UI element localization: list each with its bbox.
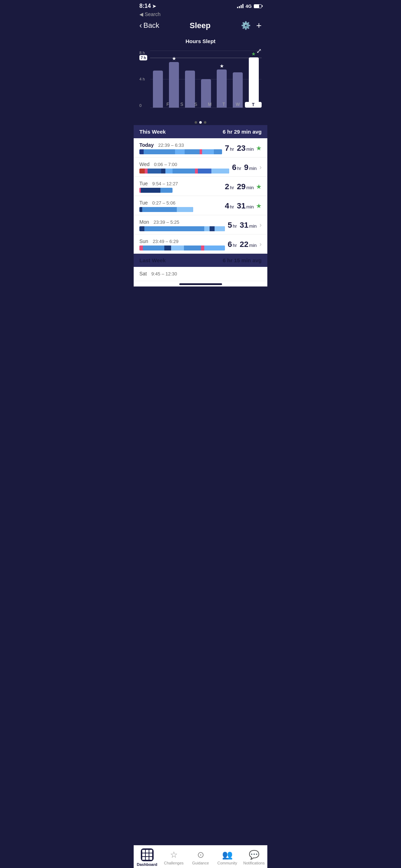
sleep-bar-today [139, 149, 222, 154]
back-button[interactable]: ‹ Back [139, 21, 159, 30]
sleep-day-sun: Sun [139, 238, 148, 244]
signal-icon [237, 4, 243, 8]
goal-label: 7 h [139, 55, 147, 61]
network-type: 4G [246, 4, 252, 9]
sleep-item-sun[interactable]: Sun 23:49 – 6:29 [134, 234, 267, 254]
page-dots [139, 118, 262, 125]
this-week-avg: 6 hr 29 min avg [223, 129, 262, 135]
sleep-bar-tue1 [139, 188, 173, 193]
bar-M [198, 51, 214, 108]
sleep-time-tue1: 9:54 – 12:27 [152, 181, 178, 186]
home-bar [179, 283, 222, 285]
location-icon: ➤ [152, 4, 156, 9]
page-title: Sleep [190, 21, 211, 30]
sleep-day-sat: Sat [139, 271, 147, 277]
bar-W [230, 51, 246, 108]
sleep-day-today: Today [139, 142, 154, 148]
bars: ★ ★ [150, 51, 262, 108]
bar-T2-today: ★ [246, 51, 262, 108]
this-week-label: This Week [139, 129, 166, 135]
last-week-label: Last Week [139, 257, 166, 263]
sleep-list: Today 22:39 – 6:33 [134, 138, 267, 281]
sleep-item-wed[interactable]: Wed 0:06 – 7:00 [134, 157, 267, 177]
sleep-time-tue2: 0:27 – 5:06 [152, 200, 175, 206]
sleep-duration-tue1: 2hr 29min [225, 182, 254, 191]
sleep-star-tue2: ★ [256, 202, 262, 210]
sleep-item-sat[interactable]: Sat 9:45 – 12:30 [134, 267, 267, 281]
chart-container[interactable]: ⤢ 8 h 4 h 0 7 h [139, 47, 262, 118]
chevron-right-icon-mon: › [259, 221, 262, 229]
sleep-item-tue2[interactable]: Tue 0:27 – 5:06 [134, 196, 267, 215]
sleep-bar-sun [139, 246, 225, 250]
sleep-duration-mon: 5hr 31min [228, 221, 257, 230]
nav-header: ‹ Back Sleep ⚙️ + [134, 19, 267, 35]
bar-T1: ★ [214, 51, 230, 108]
sleep-bar-mon [139, 226, 225, 231]
back-label: Back [143, 21, 159, 30]
search-back-label: ◀ Search [139, 11, 160, 17]
chart-area: 7 h ★ [150, 51, 262, 108]
chevron-right-icon-sun: › [259, 241, 262, 248]
star-icon: ★ [251, 51, 256, 57]
sleep-day-tue1: Tue [139, 181, 148, 186]
chart-section: Hours Slept ⤢ 8 h 4 h 0 7 h [134, 35, 267, 125]
battery-icon [254, 4, 262, 8]
sleep-bar-tue2 [139, 207, 193, 212]
sleep-time-sun: 23:49 – 6:29 [153, 239, 178, 244]
sleep-duration-tue2: 4hr 31min [225, 201, 254, 211]
home-indicator [134, 281, 267, 286]
sleep-star-today: ★ [256, 144, 262, 152]
sleep-duration-today: 7hr 23min [225, 144, 254, 153]
chevron-right-icon-wed: › [259, 164, 262, 171]
sleep-time-sat: 9:45 – 12:30 [151, 271, 177, 277]
back-chevron-icon: ‹ [139, 21, 142, 30]
sleep-day-wed: Wed [139, 161, 150, 167]
add-icon[interactable]: + [256, 20, 262, 31]
sleep-time-today: 22:39 – 6:33 [158, 143, 184, 148]
search-back[interactable]: ◀ Search [134, 11, 267, 19]
sleep-duration-wed: 6hr 9min [232, 163, 257, 172]
settings-icon[interactable]: ⚙️ [241, 21, 251, 30]
sleep-bar-wed [139, 169, 229, 174]
star-icon: ★ [220, 63, 224, 69]
status-time: 8:14 [139, 3, 151, 9]
nav-icons: ⚙️ + [241, 20, 262, 31]
last-week-avg: 6 hr 15 min avg [223, 257, 262, 263]
star-icon: ★ [172, 56, 176, 61]
sleep-day-mon: Mon [139, 219, 149, 225]
sleep-duration-sun: 6hr 22min [228, 240, 257, 249]
this-week-header: This Week 6 hr 29 min avg [134, 125, 267, 138]
chart-title: Hours Slept [139, 38, 262, 44]
bar-S1: ★ [166, 51, 182, 108]
sleep-item-today[interactable]: Today 22:39 – 6:33 [134, 138, 267, 157]
sleep-time-wed: 0:06 – 7:00 [154, 162, 177, 167]
sleep-star-tue1: ★ [256, 183, 262, 191]
sleep-day-tue2: Tue [139, 200, 148, 206]
last-week-header: Last Week 6 hr 15 min avg [134, 254, 267, 267]
bar-F [150, 51, 166, 108]
sleep-item-mon[interactable]: Mon 23:39 – 5:25 [134, 215, 267, 234]
status-bar: 8:14 ➤ 4G [134, 0, 267, 11]
sleep-time-mon: 23:39 – 5:25 [154, 219, 179, 225]
chart-x-axis: F S S M T W T [161, 102, 262, 108]
bar-S2 [182, 51, 198, 108]
sleep-item-tue1[interactable]: Tue 9:54 – 12:27 [134, 177, 267, 196]
